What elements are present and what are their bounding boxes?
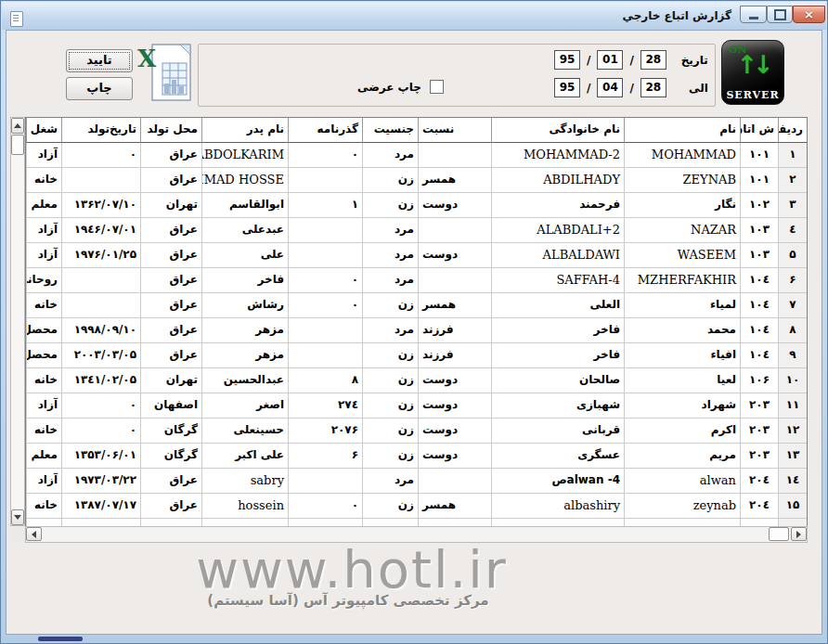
cell-birthplace[interactable] bbox=[140, 519, 201, 526]
cell-relation[interactable] bbox=[418, 519, 491, 526]
cell-family[interactable]: ABDILHADY bbox=[491, 168, 624, 193]
cell-birthdate[interactable]: ۱۹٤۶/۰۷/۰۱ bbox=[61, 218, 140, 243]
to-year-input[interactable]: 95 bbox=[554, 78, 580, 97]
cell-family[interactable]: العلی bbox=[491, 293, 624, 318]
cell-father[interactable]: علی اکبر bbox=[201, 444, 288, 469]
cell-passport[interactable] bbox=[288, 243, 362, 268]
cell-passport[interactable] bbox=[288, 343, 362, 368]
cell-gender[interactable]: مرد bbox=[362, 318, 418, 343]
cell-father[interactable]: رشاش bbox=[201, 293, 288, 318]
cell-birthplace[interactable]: عراق bbox=[140, 218, 201, 243]
confirm-button[interactable]: تایید bbox=[66, 49, 133, 72]
cell-room[interactable]: ۲۰۳ bbox=[740, 444, 778, 469]
cell-relation[interactable]: فرزند bbox=[418, 318, 491, 343]
cell-job[interactable]: آزاد bbox=[26, 393, 61, 419]
cell-job[interactable]: خانه bbox=[26, 419, 61, 444]
cell-birthplace[interactable]: عراق bbox=[140, 293, 201, 318]
column-header-gender[interactable]: جنسیت bbox=[362, 118, 418, 143]
cell-relation[interactable] bbox=[418, 268, 491, 293]
cell-job[interactable]: خانه bbox=[26, 168, 61, 193]
cell-family[interactable]: ALBALDAWI bbox=[491, 243, 624, 268]
cell-relation[interactable]: دوست bbox=[418, 444, 491, 469]
cell-relation[interactable]: دوست bbox=[418, 368, 491, 393]
cell-room[interactable]: ۱۰۱ bbox=[740, 168, 778, 193]
cell-row[interactable]: ۷ bbox=[778, 293, 807, 318]
cell-birthplace[interactable]: اصفهان bbox=[140, 393, 201, 419]
table-row[interactable]: ۱٤۲۰٤alwanalwan -4صمردsabryعراق۱۹۷۳/۰۳/۲… bbox=[26, 469, 807, 494]
minimize-button[interactable] bbox=[740, 6, 767, 23]
cell-job[interactable]: خانه bbox=[26, 293, 61, 318]
cell-family[interactable]: فرحمند bbox=[491, 193, 624, 218]
cell-name[interactable]: لمیاء bbox=[624, 293, 740, 318]
cell-father[interactable]: sabry bbox=[201, 469, 288, 494]
cell-family[interactable]: ALABDALI+2 bbox=[491, 218, 624, 243]
cell-row[interactable]: ۹ bbox=[778, 343, 807, 368]
cell-gender[interactable]: زن bbox=[362, 393, 418, 419]
cell-family[interactable]: MOHAMMAD-2 bbox=[491, 143, 624, 168]
column-header-birthdate[interactable]: تاریخ‌تولد bbox=[61, 118, 140, 143]
scroll-left-button[interactable] bbox=[26, 527, 42, 541]
cell-family[interactable]: فاخر bbox=[491, 343, 624, 368]
cell-name[interactable]: افیاء bbox=[624, 343, 740, 368]
table-row[interactable]: ۷۱۰٤لمیاءالعلیهمسرزن۰رشاشعراقخانه bbox=[26, 293, 807, 318]
cell-passport[interactable]: ۰ bbox=[288, 494, 362, 519]
cell-row[interactable]: ۱۱ bbox=[778, 393, 807, 419]
cell-room[interactable]: ۱۰٤ bbox=[740, 293, 778, 318]
cell-relation[interactable]: فرزند bbox=[418, 343, 491, 368]
cell-birthplace[interactable]: عراق bbox=[140, 268, 201, 293]
cell-room[interactable]: ۲۰٤ bbox=[740, 494, 778, 519]
cell-gender[interactable]: زن bbox=[362, 444, 418, 469]
cell-gender[interactable]: مرد bbox=[362, 243, 418, 268]
table-row[interactable]: ۵۱۰۳WASEEMALBALDAWIدوستمردعلیعراق۱۹۷۶/۰۱… bbox=[26, 243, 807, 268]
cell-family[interactable]: شهبازی bbox=[491, 393, 624, 419]
cell-relation[interactable]: دوست bbox=[418, 393, 491, 419]
cell-room[interactable]: ۱۰٤ bbox=[740, 343, 778, 368]
cell-name[interactable]: WASEEM bbox=[624, 243, 740, 268]
print-button[interactable]: چاپ bbox=[66, 77, 133, 100]
cell-gender[interactable]: مرد bbox=[362, 143, 418, 168]
cell-relation[interactable]: همسر bbox=[418, 293, 491, 318]
column-header-relation[interactable]: نسبت bbox=[418, 118, 491, 143]
table-row[interactable]: ٤۱۰۳NAZARALABDALI+2مردعبدعلیعراق۱۹٤۶/۰۷/… bbox=[26, 218, 807, 243]
cell-gender[interactable]: مرد bbox=[362, 469, 418, 494]
cell-gender[interactable]: زن bbox=[362, 193, 418, 218]
cell-row[interactable]: ۲ bbox=[778, 168, 807, 193]
to-month-input[interactable]: 04 bbox=[597, 78, 623, 97]
cell-name[interactable]: نگار bbox=[624, 193, 740, 218]
cell-relation[interactable]: همسر bbox=[418, 168, 491, 193]
cell-father[interactable]: ابوالقاسم bbox=[201, 193, 288, 218]
cell-room[interactable]: ۱۰٤ bbox=[740, 318, 778, 343]
scroll-up-button[interactable] bbox=[11, 118, 24, 134]
horizontal-scroll-thumb[interactable] bbox=[769, 527, 789, 541]
cell-family[interactable]: alwan -4ص bbox=[491, 469, 624, 494]
cell-birthdate[interactable]: ۱۹۷۳/۰۳/۲۲ bbox=[61, 469, 140, 494]
landscape-print-option[interactable]: چاپ عرضی bbox=[357, 80, 444, 94]
cell-row[interactable]: ۱ bbox=[778, 143, 807, 168]
cell-passport[interactable] bbox=[288, 218, 362, 243]
cell-row[interactable]: ۱۳ bbox=[778, 444, 807, 469]
column-header-job[interactable]: شغل bbox=[26, 118, 61, 143]
cell-birthplace[interactable]: گرگان bbox=[140, 419, 201, 444]
column-header-room[interactable]: ش اتاق bbox=[740, 118, 778, 143]
cell-job[interactable]: آزاد bbox=[26, 469, 61, 494]
table-row[interactable]: ۱۵۲۰٤zeynabalbashiryهمسرزن۰hosseinعراق۱۳… bbox=[26, 494, 807, 519]
cell-birthdate[interactable]: ۲۰۰۳/۰۳/۰۵ bbox=[61, 343, 140, 368]
cell-father[interactable]: فاخر bbox=[201, 268, 288, 293]
cell-name[interactable]: ZEYNAB bbox=[624, 168, 740, 193]
cell-room[interactable]: ۱۰۱ bbox=[740, 143, 778, 168]
cell-name[interactable]: اکرم bbox=[624, 419, 740, 444]
cell-job[interactable] bbox=[26, 519, 61, 526]
cell-job[interactable]: معلم bbox=[26, 193, 61, 218]
cell-family[interactable]: صالحان bbox=[491, 368, 624, 393]
cell-row[interactable]: ۶ bbox=[778, 268, 807, 293]
cell-family[interactable]: SAFFAH-4 bbox=[491, 268, 624, 293]
server-status-button[interactable]: ON ↑↓ SERVER bbox=[721, 40, 784, 105]
cell-gender[interactable]: زن bbox=[362, 168, 418, 193]
cell-birthplace[interactable]: عراق bbox=[140, 469, 201, 494]
cell-name[interactable]: zeynab bbox=[624, 494, 740, 519]
to-day-input[interactable]: 28 bbox=[640, 78, 666, 97]
cell-name[interactable]: شهراد bbox=[624, 393, 740, 419]
cell-passport[interactable]: ۶ bbox=[288, 444, 362, 469]
cell-gender[interactable] bbox=[362, 519, 418, 526]
table-row[interactable]: ۹۱۰٤افیاءفاخرفرزندزنمزهرعراق۲۰۰۳/۰۳/۰۵مح… bbox=[26, 343, 807, 368]
